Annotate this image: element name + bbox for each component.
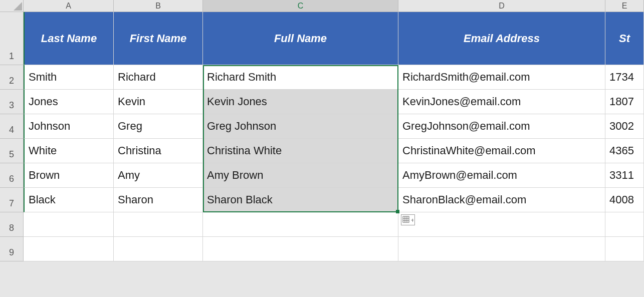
cell-A7[interactable]: Black	[24, 188, 114, 212]
column-header-A[interactable]: A	[24, 0, 114, 12]
cell-E8[interactable]	[605, 212, 644, 237]
svg-marker-0	[14, 2, 22, 11]
row-header-5[interactable]: 5	[0, 139, 24, 163]
cell-B7[interactable]: Sharon	[114, 188, 203, 212]
spreadsheet: A B C D E 1 Last Name First Name Full Na…	[0, 0, 644, 297]
cell-B3[interactable]: Kevin	[114, 90, 203, 114]
row-header-3[interactable]: 3	[0, 90, 24, 114]
svg-rect-1	[403, 216, 409, 222]
cell-D9[interactable]	[398, 237, 605, 261]
column-header-D[interactable]: D	[398, 0, 605, 12]
row-header-4[interactable]: 4	[0, 114, 24, 139]
select-all-corner[interactable]	[0, 0, 24, 12]
cell-D8[interactable]	[398, 212, 605, 237]
row-header-1[interactable]: 1	[0, 12, 24, 65]
cell-E4[interactable]: 3002	[605, 114, 644, 139]
cell-B9[interactable]	[114, 237, 203, 261]
row-2: 2 Smith Richard Richard Smith RichardSmi…	[0, 65, 644, 90]
row-header-9[interactable]: 9	[0, 237, 24, 261]
row-7: 7 Black Sharon Sharon Black SharonBlack@…	[0, 188, 644, 212]
cell-A2[interactable]: Smith	[24, 65, 114, 90]
cell-B1[interactable]: First Name	[114, 12, 203, 65]
row-9: 9	[0, 237, 644, 261]
cell-A1[interactable]: Last Name	[24, 12, 114, 65]
cell-D7[interactable]: SharonBlack@email.com	[398, 188, 605, 212]
cell-A6[interactable]: Brown	[24, 163, 114, 188]
cell-B8[interactable]	[114, 212, 203, 237]
cell-E3[interactable]: 1807	[605, 90, 644, 114]
row-header-7[interactable]: 7	[0, 188, 24, 212]
cell-E9[interactable]	[605, 237, 644, 261]
cell-D6[interactable]: AmyBrown@email.com	[398, 163, 605, 188]
row-6: 6 Brown Amy Amy Brown AmyBrown@email.com…	[0, 163, 644, 188]
cell-A3[interactable]: Jones	[24, 90, 114, 114]
cell-C2[interactable]: Richard Smith	[203, 65, 398, 90]
column-header-row: A B C D E	[0, 0, 644, 12]
cell-C3[interactable]: Kevin Jones	[203, 90, 398, 114]
cell-D5[interactable]: ChristinaWhite@email.com	[398, 139, 605, 163]
row-5: 5 White Christina Christina White Christ…	[0, 139, 644, 163]
column-header-E[interactable]: E	[605, 0, 644, 12]
cell-E1[interactable]: St	[605, 12, 644, 65]
row-1: 1 Last Name First Name Full Name Email A…	[0, 12, 644, 65]
cell-E7[interactable]: 4008	[605, 188, 644, 212]
cell-E2[interactable]: 1734	[605, 65, 644, 90]
row-4: 4 Johnson Greg Greg Johnson GregJohnson@…	[0, 114, 644, 139]
column-header-C[interactable]: C	[203, 0, 398, 12]
cell-A9[interactable]	[24, 237, 114, 261]
row-8: 8	[0, 212, 644, 237]
cell-C1[interactable]: Full Name	[203, 12, 398, 65]
svg-text:+: +	[411, 217, 413, 224]
cell-A4[interactable]: Johnson	[24, 114, 114, 139]
cell-E5[interactable]: 4365	[605, 139, 644, 163]
cell-D2[interactable]: RichardSmith@email.com	[398, 65, 605, 90]
column-header-B[interactable]: B	[114, 0, 203, 12]
row-header-2[interactable]: 2	[0, 65, 24, 90]
cell-B4[interactable]: Greg	[114, 114, 203, 139]
cell-B2[interactable]: Richard	[114, 65, 203, 90]
cell-C8[interactable]	[203, 212, 398, 237]
flash-fill-options-icon[interactable]: +	[401, 214, 415, 225]
cell-C5[interactable]: Christina White	[203, 139, 398, 163]
cell-A5[interactable]: White	[24, 139, 114, 163]
cell-B5[interactable]: Christina	[114, 139, 203, 163]
cell-C6[interactable]: Amy Brown	[203, 163, 398, 188]
cell-D3[interactable]: KevinJones@email.com	[398, 90, 605, 114]
cell-C4[interactable]: Greg Johnson	[203, 114, 398, 139]
row-3: 3 Jones Kevin Kevin Jones KevinJones@ema…	[0, 90, 644, 114]
row-header-8[interactable]: 8	[0, 212, 24, 237]
cell-B6[interactable]: Amy	[114, 163, 203, 188]
cell-D1[interactable]: Email Address	[398, 12, 605, 65]
cell-E6[interactable]: 3311	[605, 163, 644, 188]
cell-C7[interactable]: Sharon Black	[203, 188, 398, 212]
row-header-6[interactable]: 6	[0, 163, 24, 188]
cell-C9[interactable]	[203, 237, 398, 261]
cell-A8[interactable]	[24, 212, 114, 237]
cell-D4[interactable]: GregJohnson@email.com	[398, 114, 605, 139]
